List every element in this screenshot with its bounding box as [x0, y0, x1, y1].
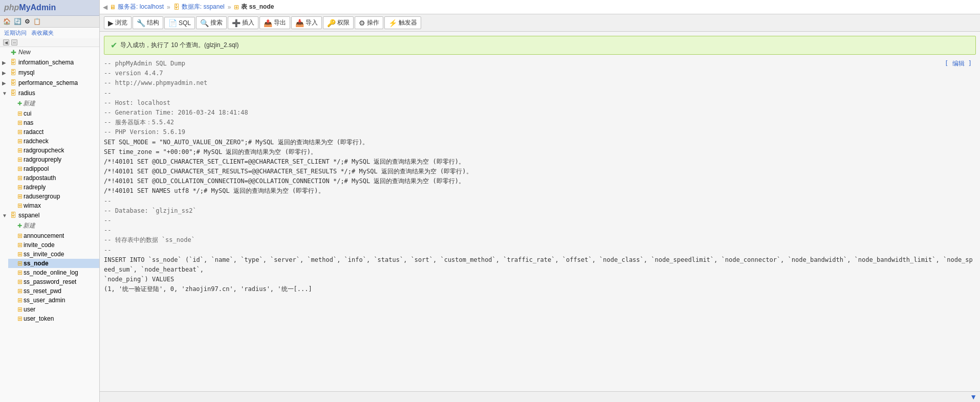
table-icon-user_token: ⊞: [17, 315, 23, 322]
home-icon[interactable]: 🏠: [3, 18, 11, 25]
sql-line: -- Host: localhost: [104, 98, 976, 108]
sidebar-icons: 🏠 🔄 ⚙ 📋: [0, 16, 99, 28]
sql-line: `node_ping`) VALUES: [104, 275, 976, 284]
sidebar-db-sspanel[interactable]: ▼ 🗄 sspanel: [0, 210, 99, 220]
breadcrumb-database[interactable]: 数据库: sspanel: [182, 3, 225, 11]
table-ss_user_admin[interactable]: ⊞ ss_user_admin: [8, 296, 99, 305]
sidebar-db-performance[interactable]: ▶ 🗄 performance_schema: [0, 78, 99, 88]
db-toggle-sspanel[interactable]: ▼: [2, 213, 8, 218]
table-icon-nas: ⊞: [17, 119, 23, 126]
db-toggle-mysql[interactable]: ▶: [2, 70, 8, 76]
sidebar-db-mysql[interactable]: ▶ 🗄 mysql: [0, 68, 99, 78]
db-toggle-radius[interactable]: ▼: [2, 91, 8, 96]
structure-button[interactable]: 🔧 结构: [133, 16, 163, 29]
triggers-label: 触发器: [399, 18, 417, 27]
table-radreply[interactable]: ⊞ radreply: [8, 183, 99, 192]
radius-new-icon: ✚: [17, 100, 22, 107]
db-icon-perf: 🗄: [9, 79, 17, 87]
table-icon-user: ⊞: [17, 306, 23, 313]
success-bar: ✔ 导入成功，执行了 10 个查询。(glzjin_2.sql): [104, 36, 976, 55]
search-icon: 🔍: [200, 19, 209, 27]
table-ss_reset_pwd[interactable]: ⊞ ss_reset_pwd: [8, 286, 99, 296]
search-label: 搜索: [210, 18, 223, 27]
table-ss_node_online_log[interactable]: ⊞ ss_node_online_log: [8, 268, 99, 277]
logo-myadmin-text: MyAdmin: [19, 3, 56, 12]
table-icon-radreply: ⊞: [17, 184, 23, 191]
sql-button[interactable]: 📄 SQL: [164, 17, 195, 29]
table-icon-ss_node: ⊞: [17, 260, 23, 267]
search-button[interactable]: 🔍 搜索: [196, 16, 227, 29]
operations-button[interactable]: ⚙ 操作: [355, 16, 383, 29]
db-label-radius: radius: [18, 90, 35, 97]
table-announcement[interactable]: ⊞ announcement: [8, 231, 99, 240]
table-icon-radpostauth: ⊞: [17, 174, 23, 182]
settings-icon[interactable]: ⚙: [25, 18, 30, 25]
sidebar-new-item[interactable]: ✚ New: [0, 47, 99, 57]
sql-lines: -- phpMyAdmin SQL Dump-- version 4.4.7--…: [104, 59, 976, 295]
table-label-ss_user_admin: ss_user_admin: [24, 297, 65, 304]
table-icon-radgroupcheck: ⊞: [17, 147, 23, 154]
table-label-ss_node_online: ss_node_online_log: [24, 269, 78, 276]
reload-icon[interactable]: 🔄: [14, 18, 21, 25]
log-icon[interactable]: 📋: [33, 18, 41, 25]
insert-label: 插入: [242, 18, 254, 27]
browse-button[interactable]: ▶ 浏览: [104, 16, 132, 29]
sql-line: /*!40101 SET @OLD_CHARACTER_SET_RESULTS=…: [104, 167, 976, 176]
sidebar-db-information_schema[interactable]: ▶ 🗄 information_schema: [0, 57, 99, 68]
table-radgroupcheck[interactable]: ⊞ radgroupcheck: [8, 146, 99, 155]
import-icon: 📥: [295, 19, 304, 27]
table-icon-radcheck: ⊞: [17, 138, 23, 145]
success-message: 导入成功，执行了 10 个查询。(glzjin_2.sql): [120, 41, 238, 50]
logo-php-text: php: [4, 3, 19, 12]
table-ss_invite_code[interactable]: ⊞ ss_invite_code: [8, 250, 99, 259]
insert-button[interactable]: ➕ 插入: [228, 16, 258, 29]
privileges-label: 权限: [337, 18, 350, 27]
table-icon-radgroupreply: ⊞: [17, 156, 23, 163]
table-nas[interactable]: ⊞ nas: [8, 118, 99, 127]
expand-sidebar-btn[interactable]: ↔: [11, 39, 17, 46]
db-icon-info: 🗄: [9, 58, 17, 66]
table-label-radcheck: radcheck: [24, 138, 49, 145]
sidebar-db-radius[interactable]: ▼ 🗄 radius: [0, 88, 99, 98]
phpmyadmin-logo: phpMyAdmin: [4, 3, 56, 12]
table-user_token[interactable]: ⊞ user_token: [8, 314, 99, 323]
operations-label: 操作: [367, 18, 379, 27]
table-bc-icon: ⊞: [234, 4, 239, 11]
triggers-button[interactable]: ⚡ 触发器: [384, 16, 421, 29]
collapse-button[interactable]: ▼: [970, 393, 977, 401]
sql-line: -- phpMyAdmin SQL Dump: [104, 59, 976, 69]
sspanel-new[interactable]: ✚ 新建: [8, 220, 99, 231]
db-toggle-info[interactable]: ▶: [2, 60, 8, 65]
export-button[interactable]: 📤 导出: [259, 16, 290, 29]
table-cui[interactable]: ⊞ cui: [8, 109, 99, 118]
table-radusergroup[interactable]: ⊞ radusergroup: [8, 192, 99, 201]
table-invite_code[interactable]: ⊞ invite_code: [8, 240, 99, 250]
recent-link[interactable]: 近期访问: [4, 30, 27, 36]
breadcrumb-bar: ◀ 🖥 服务器: localhost » 🗄 数据库: sspanel » ⊞ …: [100, 0, 980, 14]
table-ss_node[interactable]: ⊞ ss_node: [8, 259, 99, 268]
db-label-info: information_schema: [18, 59, 74, 66]
table-label-ss_reset_pwd: ss_reset_pwd: [24, 287, 61, 295]
breadcrumb-server[interactable]: 服务器: localhost: [118, 3, 164, 11]
sql-line: SET time_zone = "+00:00";# MySQL 返回的查询结果…: [104, 147, 976, 157]
bookmarks-link[interactable]: 表收藏夹: [31, 30, 54, 36]
logo-area: phpMyAdmin: [0, 0, 99, 16]
sql-line: -- version 4.4.7: [104, 69, 976, 78]
table-radacct[interactable]: ⊞ radacct: [8, 127, 99, 137]
table-icon-ss_reset_pwd: ⊞: [17, 287, 23, 295]
collapse-sidebar-btn[interactable]: ◀: [3, 39, 9, 46]
table-radpostauth[interactable]: ⊞ radpostauth: [8, 173, 99, 183]
db-toggle-perf[interactable]: ▶: [2, 80, 8, 86]
table-ss_password_reset[interactable]: ⊞ ss_password_reset: [8, 277, 99, 286]
table-radcheck[interactable]: ⊞ radcheck: [8, 137, 99, 146]
table-radippool[interactable]: ⊞ radippool: [8, 164, 99, 173]
privileges-button[interactable]: 🔑 权限: [323, 16, 354, 29]
table-user[interactable]: ⊞ user: [8, 305, 99, 314]
edit-link[interactable]: [ 编辑 ]: [945, 59, 972, 69]
table-label-radusergroup: radusergroup: [24, 193, 60, 200]
import-button[interactable]: 📥 导入: [291, 16, 322, 29]
table-radgroupreply[interactable]: ⊞ radgroupreply: [8, 155, 99, 164]
radius-new[interactable]: ✚ 新建: [8, 98, 99, 109]
db-label-mysql: mysql: [18, 69, 34, 76]
table-wimax[interactable]: ⊞ wimax: [8, 201, 99, 210]
